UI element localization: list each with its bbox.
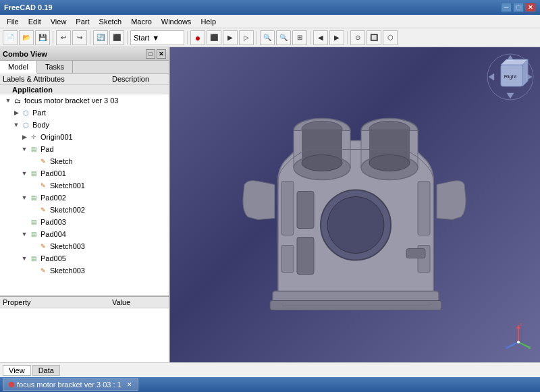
save-button[interactable]: 💾: [35, 30, 50, 45]
tree-item-origin[interactable]: ▶ ✛ Origin001: [0, 131, 169, 143]
viewport-3d[interactable]: Right: [170, 47, 540, 362]
zoom-out-btn[interactable]: 🔍: [276, 30, 291, 45]
svg-rect-29: [406, 249, 425, 258]
maximize-button[interactable]: □: [513, 3, 524, 12]
svg-point-14: [302, 155, 342, 171]
zoom-fit-btn[interactable]: ⊞: [292, 30, 307, 45]
combo-view-title: Combo View: [3, 50, 47, 58]
tree-item-sketch003a[interactable]: ✎ Sketch003: [0, 240, 169, 252]
bottom-tab-bar: View Data: [0, 362, 540, 377]
tree-item-sketch003b[interactable]: ✎ Sketch003: [0, 264, 169, 277]
undo-button[interactable]: ↩: [56, 30, 71, 45]
svg-text:Y: Y: [505, 345, 508, 349]
pad002-label: Pad002: [40, 194, 66, 202]
tree-item-sketch[interactable]: ✎ Sketch: [0, 155, 169, 167]
titlebar-title: FreeCAD 0.19: [4, 3, 53, 11]
tree-item-sketch001[interactable]: ✎ Sketch001: [0, 179, 169, 192]
menu-part[interactable]: Part: [72, 16, 93, 27]
pad004-label: Pad004: [40, 230, 66, 238]
expander-origin-icon: ▶: [20, 133, 28, 141]
view-mode-btn[interactable]: ⊙: [350, 30, 365, 45]
toolbar-sep-1: [53, 31, 53, 45]
view-btn1[interactable]: ⬛: [207, 30, 221, 45]
part-label: Part: [32, 109, 46, 117]
menu-file[interactable]: File: [3, 16, 23, 27]
property-header: Property Value: [0, 297, 169, 308]
toolbar-sep-2: [90, 31, 90, 45]
tree-item-doc[interactable]: ▼ 🗂 focus motor bracket ver 3 03: [0, 94, 169, 107]
sketch-label: Sketch: [50, 157, 73, 165]
refresh-button[interactable]: 🔄: [93, 30, 108, 45]
close-button[interactable]: ✕: [525, 3, 536, 12]
nav-back-btn[interactable]: ◀: [313, 30, 328, 45]
part-icon: ⬡: [20, 107, 31, 118]
menu-sketch[interactable]: Sketch: [95, 16, 126, 27]
taskbar-doc-item[interactable]: focus motor bracket ver 3 03 : 1 ✕: [3, 379, 138, 391]
combo-float-btn[interactable]: □: [146, 49, 155, 59]
record-btn[interactable]: ●: [190, 30, 205, 45]
tree-col-desc: Description: [112, 75, 166, 83]
combo-close-btn[interactable]: ✕: [157, 49, 166, 59]
sketch003a-icon: ✎: [38, 241, 49, 252]
taskbar: focus motor bracket ver 3 03 : 1 ✕: [0, 377, 540, 392]
tree-item-pad004[interactable]: ▼ ▤ Pad004: [0, 228, 169, 240]
workbench-dropdown[interactable]: Start ▼: [130, 30, 184, 45]
tree-item-application[interactable]: Application: [0, 85, 169, 94]
expander-pad003-icon: [20, 218, 28, 226]
svg-text:X: X: [529, 345, 531, 349]
toolbar-sep-7: [347, 31, 348, 45]
expander-sk-icon: [30, 157, 38, 165]
tree-item-body[interactable]: ▼ ⬡ Body: [0, 119, 169, 131]
stop-button[interactable]: ⬛: [109, 30, 124, 45]
tree-item-part[interactable]: ▶ ⬡ Part: [0, 107, 169, 119]
tree-item-pad001[interactable]: ▼ ▤ Pad001: [0, 167, 169, 179]
pad004-icon: ▤: [28, 229, 39, 240]
body-label: Body: [32, 121, 49, 129]
sketch002-label: Sketch002: [50, 206, 85, 214]
menu-help[interactable]: Help: [196, 16, 220, 27]
part-svg: [170, 47, 540, 362]
svg-line-36: [518, 342, 529, 347]
open-button[interactable]: 📂: [19, 30, 34, 45]
tab-model[interactable]: Model: [0, 61, 37, 74]
svg-rect-25: [418, 181, 430, 235]
menu-edit[interactable]: Edit: [24, 16, 45, 27]
tree-item-pad[interactable]: ▼ ▤ Pad: [0, 143, 169, 155]
menu-windows[interactable]: Windows: [157, 16, 196, 27]
tab-tasks[interactable]: Tasks: [37, 61, 73, 73]
expander-part-icon: ▶: [12, 109, 20, 117]
expander-pad002-icon: ▼: [20, 194, 28, 202]
pad003-label: Pad003: [40, 218, 66, 226]
redo-button[interactable]: ↪: [72, 30, 87, 45]
toolbar-sep-6: [310, 31, 310, 45]
tree-item-pad003[interactable]: ▤ Pad003: [0, 216, 169, 228]
axis-indicator: Z X Y: [505, 322, 532, 349]
nav-forward-btn[interactable]: ▶: [329, 30, 344, 45]
sketch001-icon: ✎: [38, 180, 49, 191]
tree-item-pad002[interactable]: ▼ ▤ Pad002: [0, 192, 169, 204]
menu-macro[interactable]: Macro: [127, 16, 156, 27]
toolbar-sep-4: [187, 31, 188, 45]
tab-view-bottom[interactable]: View: [3, 365, 31, 376]
svg-text:Z: Z: [520, 323, 522, 327]
expander-sk003b-icon: [30, 267, 38, 275]
menu-view[interactable]: View: [47, 16, 71, 27]
zoom-in-btn[interactable]: 🔍: [260, 30, 275, 45]
titlebar-controls: ─ □ ✕: [501, 3, 536, 12]
svg-rect-30: [297, 192, 314, 229]
view-btn3[interactable]: ▷: [239, 30, 254, 45]
tree-item-sketch002[interactable]: ✎ Sketch002: [0, 204, 169, 216]
new-button[interactable]: 📄: [3, 30, 18, 45]
tab-data-bottom[interactable]: Data: [32, 365, 60, 376]
extra-btn[interactable]: ⬡: [383, 30, 398, 45]
view-btn2[interactable]: ▶: [223, 30, 238, 45]
taskbar-doc-label: focus motor bracket ver 3 03 : 1: [17, 381, 122, 389]
tree-item-pad005[interactable]: ▼ ▤ Pad005: [0, 252, 169, 264]
stereo-btn[interactable]: 🔲: [367, 30, 381, 45]
toolbar-sep-3: [127, 31, 128, 45]
minimize-button[interactable]: ─: [501, 3, 512, 12]
main-toolbar: 📄 📂 💾 ↩ ↪ 🔄 ⬛ Start ▼ ● ⬛ ▶ ▷ 🔍 🔍 ⊞ ◀ ▶ …: [0, 28, 540, 47]
tree-view[interactable]: Application ▼ 🗂 focus motor bracket ver …: [0, 85, 169, 296]
taskbar-close-icon[interactable]: ✕: [127, 381, 132, 388]
pad-label: Pad: [40, 145, 54, 153]
